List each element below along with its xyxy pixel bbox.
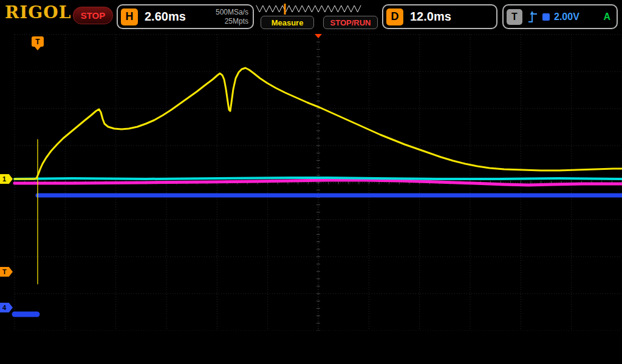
stop-run-button[interactable]: STOP/RUN xyxy=(323,16,378,29)
trigger-source-icon xyxy=(542,13,550,21)
delay-icon: D xyxy=(386,8,403,25)
measure-button[interactable]: Measure xyxy=(261,16,314,29)
waveform-preview-bar[interactable] xyxy=(255,3,362,15)
top-status-bar: RIGOL STOP H 2.60ms 500MSa/s 25Mpts Meas… xyxy=(0,0,622,33)
trigger-settings-group[interactable]: T 2.00V A xyxy=(502,4,618,29)
run-state-badge: STOP xyxy=(73,7,113,24)
trigger-mode-indicator: A xyxy=(603,12,610,22)
trigger-position-pointer xyxy=(35,47,41,50)
waveform-display-area xyxy=(0,33,622,331)
trigger-level-value: 2.00V xyxy=(554,12,579,22)
trigger-icon: T xyxy=(507,9,522,25)
sample-rate: 500MSa/s xyxy=(216,8,248,17)
horizontal-settings-group[interactable]: H 2.60ms 500MSa/s 25Mpts xyxy=(117,4,254,29)
rigol-logo: RIGOL xyxy=(5,2,71,22)
acquisition-info: 500MSa/s 25Mpts xyxy=(216,8,248,26)
horizontal-icon: H xyxy=(121,8,138,25)
delay-position-marker xyxy=(314,33,323,39)
timebase-value: 2.60ms xyxy=(145,10,186,24)
delay-value: 12.0ms xyxy=(410,10,451,24)
memory-depth: 25Mpts xyxy=(216,17,248,26)
bottom-status-bar: 1 5.00V 0.00V 2 3.00V 0.00V xyxy=(0,331,622,364)
delay-settings-group[interactable]: D 12.0ms xyxy=(382,4,497,29)
graticule-and-traces xyxy=(0,33,622,331)
trigger-position-flag[interactable]: T xyxy=(32,36,44,47)
trigger-slope-icon xyxy=(527,9,538,25)
